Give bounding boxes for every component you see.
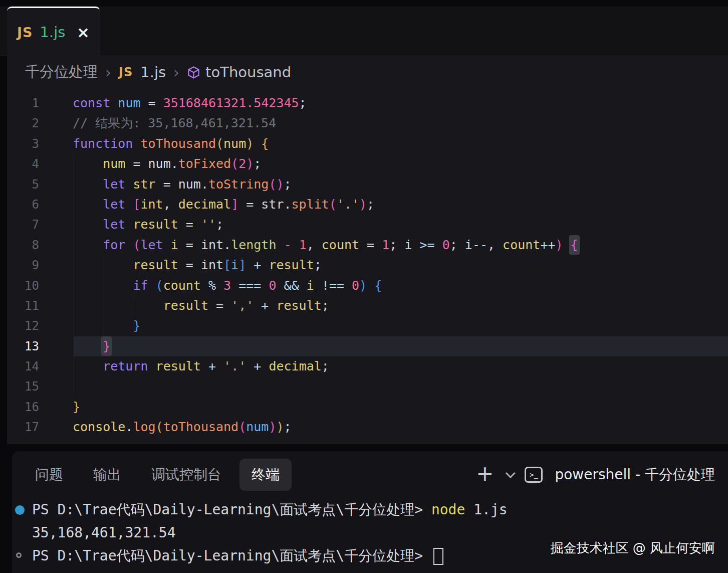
code-token: = xyxy=(208,298,231,313)
code-token xyxy=(367,278,374,293)
code-line[interactable]: 11 result = ',' + result; xyxy=(7,296,728,316)
command-success-icon xyxy=(15,505,25,515)
line-number: 8 xyxy=(7,235,39,255)
code-text: result = int[i] + result; xyxy=(73,255,322,275)
code-text: function toThousand(num) { xyxy=(73,134,269,154)
code-line[interactable]: 15 xyxy=(7,376,728,397)
code-token: ++ xyxy=(540,238,555,252)
file-tab-1js[interactable]: JS 1.js × xyxy=(7,7,100,56)
code-line[interactable]: 3function toThousand(num) { xyxy=(7,134,728,154)
code-token: } xyxy=(73,400,80,414)
code-token: = xyxy=(359,238,382,252)
code-token: int. xyxy=(201,238,231,252)
code-token: === xyxy=(238,278,261,293)
code-token: ; xyxy=(322,359,329,373)
code-line[interactable]: 12 } xyxy=(7,316,728,336)
code-token: // 结果为: 35,168,461,321.54 xyxy=(73,116,276,130)
code-token xyxy=(246,258,254,272)
breadcrumb-folder[interactable]: 千分位处理 xyxy=(25,62,98,82)
breadcrumb-symbol-label: toThousand xyxy=(205,64,291,81)
code-token: = xyxy=(178,258,201,272)
line-number: 7 xyxy=(7,215,39,235)
line-number: 12 xyxy=(7,316,39,336)
code-token: + xyxy=(208,359,216,373)
code-line[interactable]: 4 num = num.toFixed(2); xyxy=(7,154,728,174)
code-token: ( xyxy=(216,136,223,151)
line-number: 3 xyxy=(7,134,39,154)
watermark-text: 掘金技术社区 @ 风止何安啊 xyxy=(550,539,715,557)
code-token xyxy=(73,258,133,272)
code-token xyxy=(261,278,269,293)
breadcrumb-symbol[interactable]: toThousand xyxy=(187,64,291,81)
code-line[interactable]: 1const num = 35168461321.542345; xyxy=(7,93,728,113)
code-token xyxy=(73,318,133,333)
code-token: const xyxy=(73,96,110,110)
code-token: , xyxy=(488,238,503,252)
code-token: ( xyxy=(231,156,238,171)
code-token: num. xyxy=(178,177,208,192)
code-text: } xyxy=(73,316,140,336)
panel-tab-调试控制台[interactable]: 调试控制台 xyxy=(139,459,233,491)
panel-tab-终端[interactable]: 终端 xyxy=(239,459,292,491)
code-token: num xyxy=(246,420,269,434)
line-number: 1 xyxy=(7,93,39,113)
chevron-down-icon[interactable] xyxy=(506,468,516,478)
code-line[interactable]: 10 if (count % 3 === 0 && i !== 0) { xyxy=(7,276,728,296)
code-text: console.log(toThousand(num)); xyxy=(73,417,292,437)
code-token: num. xyxy=(148,156,178,171)
close-icon[interactable]: × xyxy=(77,25,90,40)
panel-header: 问题输出调试控制台终端 + >_ powershell - 千分位处理 xyxy=(12,451,728,495)
code-token: () xyxy=(269,177,284,192)
code-token xyxy=(125,217,133,232)
code-line[interactable]: 17console.log(toThousand(num)); xyxy=(7,417,728,437)
code-area[interactable]: 1const num = 35168461321.542345;2// 结果为:… xyxy=(7,88,728,438)
code-token: 0 xyxy=(442,238,450,252)
code-token: toFixed xyxy=(178,156,231,171)
code-token: 35168461321.542345 xyxy=(163,96,299,110)
panel-tab-问题[interactable]: 问题 xyxy=(23,459,75,491)
code-token: int xyxy=(141,197,163,212)
terminal-session-label[interactable]: powershell - 千分位处理 xyxy=(555,465,715,484)
code-token: ; xyxy=(367,197,374,212)
code-line[interactable]: 14 return result + '.' + decimal; xyxy=(7,356,728,376)
code-token xyxy=(125,197,133,212)
new-terminal-icon[interactable]: + xyxy=(476,463,494,484)
code-line[interactable]: 9 result = int[i] + result; xyxy=(7,255,728,275)
code-line[interactable]: 13 } xyxy=(7,336,728,356)
code-text: result = ',' + result; xyxy=(73,296,329,316)
code-token xyxy=(299,278,307,293)
code-token: for xyxy=(103,238,125,252)
terminal-text: node xyxy=(431,501,465,518)
line-number: 16 xyxy=(7,397,39,417)
code-token: ] xyxy=(238,258,246,272)
code-token: - 1 xyxy=(284,238,307,252)
breadcrumb-file[interactable]: 1.js xyxy=(140,64,166,81)
code-token xyxy=(261,258,269,272)
line-number: 15 xyxy=(7,376,39,397)
code-token: result xyxy=(163,298,208,313)
code-line[interactable]: 8 for (let i = int.length - 1, count = 1… xyxy=(7,235,728,255)
code-token: count xyxy=(163,278,201,293)
code-token: split xyxy=(292,197,329,212)
code-token: int xyxy=(201,258,223,272)
code-token: ( xyxy=(238,420,246,434)
code-token: if xyxy=(133,278,148,293)
code-token xyxy=(216,359,223,373)
code-line[interactable]: 7 let result = ''; xyxy=(7,215,728,235)
code-line[interactable]: 5 let str = num.toString(); xyxy=(7,174,728,195)
code-text: num = num.toFixed(2); xyxy=(73,154,261,174)
code-line[interactable]: 16} xyxy=(7,397,728,417)
code-token xyxy=(73,359,103,373)
panel-tab-输出[interactable]: 输出 xyxy=(81,459,133,491)
code-token: count xyxy=(322,238,359,252)
line-number: 10 xyxy=(7,276,39,296)
code-token xyxy=(231,278,238,293)
code-line[interactable]: 6 let [int, decimal] = str.split('.'); xyxy=(7,195,728,215)
code-token: length xyxy=(231,238,276,252)
code-token: result xyxy=(156,359,201,373)
code-line[interactable]: 2// 结果为: 35,168,461,321.54 xyxy=(7,113,728,133)
code-token: result xyxy=(133,217,178,232)
code-token: toString xyxy=(208,177,269,192)
panel-actions: + >_ powershell - 千分位处理 xyxy=(476,465,715,484)
code-token xyxy=(73,197,103,212)
